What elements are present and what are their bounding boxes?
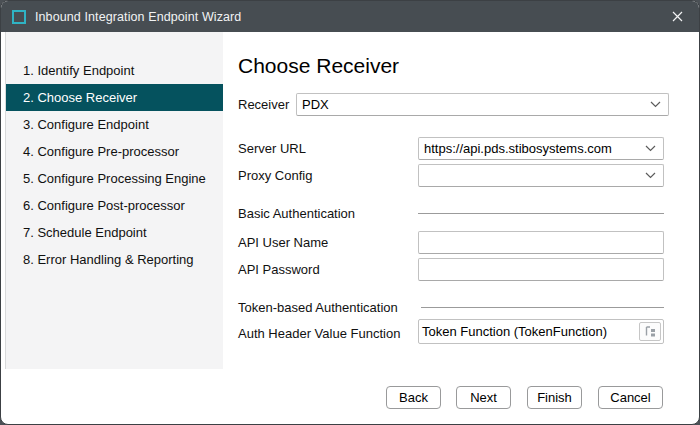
basic-auth-section-label: Basic Authentication (238, 206, 355, 221)
sidebar-item-configure-endpoint[interactable]: 3. Configure Endpoint (6, 111, 223, 138)
proxy-config-dropdown[interactable] (418, 164, 664, 187)
function-picker-button[interactable] (639, 322, 661, 341)
api-password-field[interactable] (418, 258, 664, 281)
window-title: Inbound Integration Endpoint Wizard (35, 10, 241, 24)
wizard-window: Inbound Integration Endpoint Wizard 1. I… (0, 0, 700, 425)
sidebar-item-error-handling-reporting[interactable]: 8. Error Handling & Reporting (6, 246, 223, 273)
token-auth-section-label: Token-based Authentication (238, 300, 398, 315)
chevron-down-icon (645, 172, 656, 179)
title-bar: Inbound Integration Endpoint Wizard (1, 1, 699, 32)
server-url-value: https://api.pds.stibosystems.com (424, 141, 612, 156)
sidebar-item-configure-pre-processor[interactable]: 4. Configure Pre-processor (6, 138, 223, 165)
server-url-dropdown[interactable]: https://api.pds.stibosystems.com (418, 137, 664, 160)
tree-hierarchy-icon (644, 326, 657, 337)
page-title: Choose Receiver (238, 54, 399, 78)
sidebar-item-identify-endpoint[interactable]: 1. Identify Endpoint (6, 57, 223, 84)
next-button[interactable]: Next (456, 386, 511, 409)
receiver-dropdown[interactable]: PDX (296, 93, 669, 116)
section-divider (418, 213, 664, 214)
api-user-name-label: API User Name (238, 235, 328, 250)
api-user-name-field[interactable] (418, 231, 664, 254)
chevron-down-icon (645, 145, 656, 152)
cancel-button[interactable]: Cancel (598, 386, 663, 409)
finish-button[interactable]: Finish (527, 386, 582, 409)
sidebar-item-choose-receiver[interactable]: 2. Choose Receiver (6, 84, 223, 111)
sidebar-item-configure-post-processor[interactable]: 6. Configure Post-processor (6, 192, 223, 219)
sidebar-item-configure-processing-engine[interactable]: 5. Configure Processing Engine (6, 165, 223, 192)
api-password-label: API Password (238, 262, 320, 277)
receiver-label: Receiver (238, 97, 289, 112)
section-divider (421, 307, 664, 308)
receiver-value: PDX (302, 97, 329, 112)
auth-header-value-function-field[interactable]: Token Function (TokenFunction) (418, 319, 664, 344)
auth-header-value-function-label: Auth Header Value Function (238, 326, 400, 341)
server-url-label: Server URL (238, 141, 306, 156)
app-icon (12, 10, 26, 24)
chevron-down-icon (650, 101, 661, 108)
back-button[interactable]: Back (386, 386, 441, 409)
proxy-config-label: Proxy Config (238, 168, 312, 183)
wizard-steps-sidebar: 1. Identify Endpoint 2. Choose Receiver … (5, 32, 223, 369)
sidebar-item-schedule-endpoint[interactable]: 7. Schedule Endpoint (6, 219, 223, 246)
close-button[interactable] (655, 1, 699, 32)
close-icon (672, 11, 683, 22)
auth-header-value-function-value: Token Function (TokenFunction) (422, 324, 607, 339)
